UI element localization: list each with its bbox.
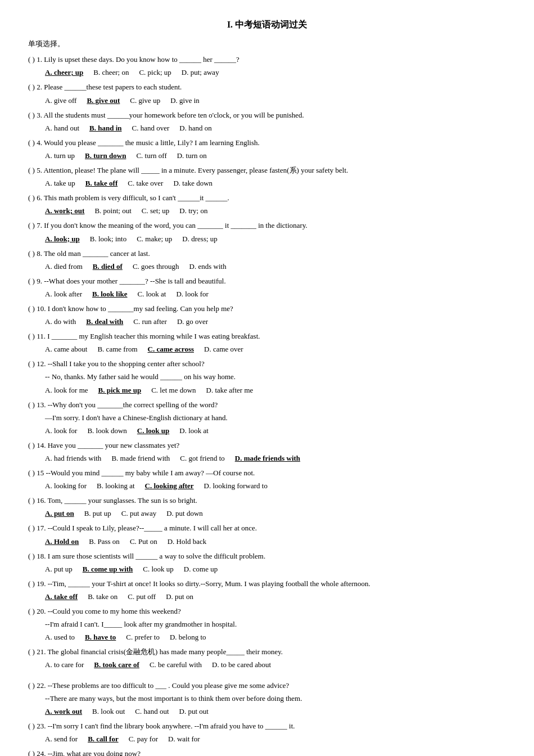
question-block: ( ) 22. --These problems are too difficu… [28, 680, 506, 718]
option-c[interactable]: C. turn off [136, 150, 166, 162]
options-row: A. look forB. look downC. look upD. look… [28, 425, 506, 437]
option-a[interactable]: A. came about [45, 343, 87, 356]
option-b[interactable]: B. have to [85, 631, 116, 644]
option-d[interactable]: D. come up [184, 563, 218, 575]
option-a[interactable]: A. look for [45, 425, 77, 437]
option-d[interactable]: D. wait for [168, 733, 200, 745]
option-d[interactable]: D. Hold back [168, 536, 207, 548]
option-a[interactable]: A. do with [45, 316, 76, 328]
option-a[interactable]: A. work; out [45, 205, 84, 217]
option-d[interactable]: D. look for [176, 288, 208, 300]
option-c[interactable]: C. prefer to [126, 631, 160, 644]
option-d[interactable]: D. give in [170, 94, 200, 107]
option-a[interactable]: A. used to [45, 631, 75, 644]
option-b[interactable]: B. made friend with [111, 452, 170, 465]
question-text: ( ) 3. All the students must ______your … [28, 109, 506, 122]
option-c[interactable]: C. looking after [145, 480, 194, 492]
option-c[interactable]: C. came across [148, 343, 194, 356]
option-a[interactable]: A. look; up [45, 233, 80, 245]
option-a[interactable]: A. take up [45, 177, 75, 190]
option-b[interactable]: B. call for [88, 733, 119, 745]
options-row: A. turn upB. turn downC. turn offD. turn… [28, 150, 506, 162]
option-b[interactable]: B. looking at [97, 480, 135, 492]
option-c[interactable]: C. goes through [133, 260, 179, 273]
option-c[interactable]: C. let me down [151, 384, 196, 397]
option-b[interactable]: B. took care of [94, 659, 139, 671]
option-c[interactable]: C. run after [133, 316, 167, 328]
option-d[interactable]: D. hand on [179, 122, 211, 134]
question-text: ( ) 19. --Tim, ______ your T-shirt at on… [28, 578, 506, 590]
option-d[interactable]: D. take after me [206, 384, 254, 397]
option-c[interactable]: C. look up [137, 425, 169, 437]
option-c[interactable]: C. pay for [129, 733, 158, 745]
option-d[interactable]: D. turn on [177, 150, 207, 162]
option-b[interactable]: B. put up [84, 507, 111, 520]
option-c[interactable]: C. put away [121, 507, 156, 520]
option-c[interactable]: C. look at [138, 288, 166, 300]
option-a[interactable]: A. Hold on [45, 536, 79, 548]
option-a[interactable]: A. to care for [45, 659, 84, 671]
option-d[interactable]: D. put; away [182, 66, 219, 79]
option-b[interactable]: B. pick me up [98, 384, 142, 397]
option-c[interactable]: C. be careful with [150, 659, 202, 671]
option-b[interactable]: B. deal with [86, 316, 123, 328]
option-c[interactable]: C. hand out [135, 705, 169, 718]
option-a[interactable]: A. give off [45, 94, 76, 107]
option-d[interactable]: D. dress; up [182, 233, 217, 245]
option-b[interactable]: B. cheer; on [93, 66, 129, 79]
option-a[interactable]: A. turn up [45, 150, 75, 162]
option-d[interactable]: D. go over [177, 316, 208, 328]
option-b[interactable]: B. take off [85, 177, 117, 190]
option-c[interactable]: C. give up [130, 94, 160, 107]
option-b[interactable]: B. came from [97, 343, 137, 356]
option-d[interactable]: D. to be cared about [212, 659, 271, 671]
option-d[interactable]: D. try; on [179, 205, 207, 217]
option-a[interactable]: A. cheer; up [45, 66, 83, 79]
option-a[interactable]: A. send for [45, 733, 78, 745]
option-d[interactable]: D. belong to [170, 631, 206, 644]
option-b[interactable]: B. died of [93, 260, 123, 273]
option-c[interactable]: C. make; up [137, 233, 172, 245]
option-c[interactable]: C. Put on [130, 536, 157, 548]
option-a[interactable]: A. put on [45, 507, 74, 520]
option-b[interactable]: B. give out [87, 94, 120, 107]
option-b[interactable]: B. point; out [94, 205, 131, 217]
option-c[interactable]: C. got friend to [180, 452, 224, 465]
question-block: ( ) 4. Would you please _______ the musi… [28, 137, 506, 162]
option-b[interactable]: B. come up with [83, 563, 133, 575]
option-b[interactable]: B. turn down [85, 150, 126, 162]
option-a[interactable]: A. look for me [45, 384, 88, 397]
option-a[interactable]: A. work out [45, 705, 82, 718]
option-a[interactable]: A. died from [45, 260, 83, 273]
option-d[interactable]: D. look at [179, 425, 209, 437]
option-a[interactable]: A. look after [45, 288, 82, 300]
question-block: ( ) 12. --Shall I take you to the shoppi… [28, 358, 506, 396]
option-c[interactable]: C. hand over [132, 122, 169, 134]
option-b[interactable]: B. look like [92, 288, 128, 300]
question-block: ( ) 17. --Could I speak to Lily, please?… [28, 522, 506, 547]
option-d[interactable]: D. ends with [189, 260, 227, 273]
option-b[interactable]: B. Pass on [89, 536, 120, 548]
option-c[interactable]: C. pick; up [139, 66, 171, 79]
option-a[interactable]: A. take off [45, 591, 78, 603]
option-d[interactable]: D. looking forward to [204, 480, 268, 492]
option-c[interactable]: C. look up [143, 563, 174, 575]
option-a[interactable]: A. put up [45, 563, 73, 575]
option-d[interactable]: D. put down [166, 507, 203, 520]
option-b[interactable]: B. look down [87, 425, 126, 437]
option-d[interactable]: D. made friends with [235, 452, 300, 465]
option-c[interactable]: C. set; up [142, 205, 169, 217]
option-a[interactable]: A. looking for [45, 480, 87, 492]
option-a[interactable]: A. had friends with [45, 452, 101, 465]
option-c[interactable]: C. take over [128, 177, 163, 190]
option-a[interactable]: A. hand out [45, 122, 79, 134]
option-b[interactable]: B. hand in [89, 122, 121, 134]
option-d[interactable]: D. put out [179, 705, 209, 718]
option-d[interactable]: D. take down [173, 177, 212, 190]
option-b[interactable]: B. take on [88, 591, 117, 603]
option-d[interactable]: D. put on [166, 591, 193, 603]
option-c[interactable]: C. put off [128, 591, 156, 603]
option-b[interactable]: B. look; into [90, 233, 126, 245]
option-b[interactable]: B. look out [92, 705, 125, 718]
option-d[interactable]: D. came over [204, 343, 243, 356]
